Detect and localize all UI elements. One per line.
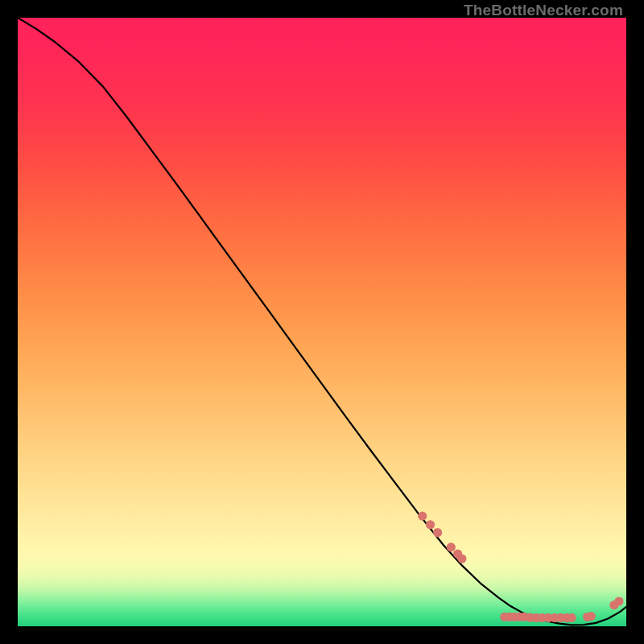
watermark-text: TheBottleNecker.com [464, 2, 623, 19]
marker-dot [426, 520, 435, 529]
data-markers [418, 512, 623, 622]
marker-dot [614, 597, 623, 605]
plot-area [18, 18, 626, 626]
marker-dot [447, 543, 456, 551]
curve-line [18, 18, 626, 625]
chart-overlay-svg [18, 18, 626, 626]
marker-dot [457, 554, 466, 563]
chart-root: { "watermark": "TheBottleNecker.com", "c… [0, 0, 644, 644]
bottleneck-curve-path [18, 18, 626, 625]
marker-dot [418, 512, 427, 521]
marker-dot [587, 612, 596, 621]
marker-dot [567, 613, 576, 622]
marker-dot [433, 528, 442, 537]
